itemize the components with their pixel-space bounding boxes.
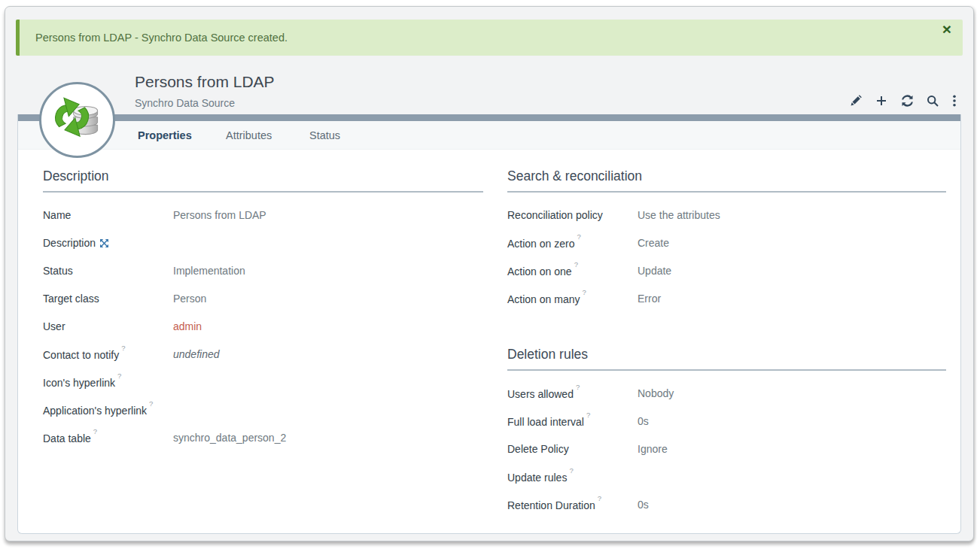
help-marker: ?: [93, 427, 97, 435]
field-label: Icon's hyperlink: [43, 376, 115, 388]
field-row-icons-hyperlink: Icon's hyperlink?: [43, 368, 483, 396]
field-label: Delete Policy: [507, 443, 569, 455]
field-row-applications-hyperlink: Application's hyperlink?: [43, 396, 483, 423]
field-label: Users allowed: [507, 387, 574, 399]
synchro-data-source-icon: [39, 82, 115, 158]
more-menu-icon[interactable]: [952, 94, 958, 107]
field-value: Use the attributes: [638, 209, 720, 221]
field-value: Persons from LDAP: [173, 209, 266, 221]
field-label: User: [43, 320, 65, 332]
field-row-target-class: Target class Person: [43, 284, 483, 312]
field-row-name: Name Persons from LDAP: [43, 201, 483, 229]
success-message: Persons from LDAP - Synchro Data Source …: [35, 20, 288, 56]
field-row-data-table: Data table? synchro_data_person_2: [43, 423, 483, 451]
edit-pencil-icon[interactable]: [850, 94, 863, 107]
help-marker: ?: [121, 344, 125, 352]
field-label: Description: [43, 237, 96, 249]
search-icon[interactable]: [927, 94, 939, 107]
field-value: Implementation: [173, 265, 245, 277]
field-row-contact-to-notify: Contact to notify? undefined: [43, 340, 483, 368]
field-value: Ignore: [638, 443, 668, 455]
database-sync-icon: [52, 95, 103, 146]
field-row-update-rules: Update rules?: [507, 463, 946, 490]
tab-bar: Properties Attributes Status: [18, 121, 960, 150]
field-row-reconciliation-policy: Reconciliation policy Use the attributes: [507, 201, 946, 229]
fieldset-title: Search & reconciliation: [507, 168, 946, 193]
refresh-icon[interactable]: [901, 94, 914, 107]
field-row-action-on-one: Action on one? Update: [507, 256, 946, 284]
help-marker: ?: [574, 260, 578, 268]
field-value: Update: [638, 265, 671, 277]
field-label: Contact to notify: [43, 348, 119, 360]
field-label: Data table: [43, 432, 91, 444]
field-label: Update rules: [507, 471, 567, 483]
field-label: Target class: [43, 293, 99, 305]
field-value: 0s: [638, 499, 649, 511]
object-class-subtitle: Synchro Data Source: [135, 97, 235, 109]
help-marker: ?: [577, 232, 581, 241]
field-label: Full load interval: [507, 415, 584, 427]
page-title: Persons from LDAP: [135, 73, 275, 91]
field-value: undefined: [173, 348, 220, 360]
field-row-delete-policy: Delete Policy Ignore: [507, 435, 946, 463]
field-label: Application's hyperlink: [43, 404, 147, 416]
field-label: Name: [43, 209, 71, 221]
help-marker: ?: [598, 494, 601, 502]
field-value: Person: [173, 293, 206, 305]
tab-bar-accent: [18, 114, 960, 121]
app-window: Persons from LDAP - Synchro Data Source …: [5, 6, 974, 541]
field-value: Nobody: [638, 387, 674, 399]
tab-properties[interactable]: Properties: [138, 121, 192, 150]
fieldset-search-reconciliation: Search & reconciliation Reconciliation p…: [507, 168, 946, 312]
field-row-description: Description: [43, 229, 483, 256]
help-marker: ?: [586, 411, 590, 419]
expand-icon[interactable]: [100, 239, 108, 247]
fieldset-title: Deletion rules: [507, 347, 946, 371]
field-row-retention-duration: Retention Duration? 0s: [507, 490, 946, 518]
fieldset-deletion-rules: Deletion rules Users allowed? Nobody Ful…: [507, 347, 946, 518]
fieldset-description: Description Name Persons from LDAP Descr…: [43, 168, 483, 451]
object-toolbar: [850, 94, 958, 107]
field-row-action-on-zero: Action on zero? Create: [507, 229, 946, 256]
plus-icon[interactable]: [875, 94, 888, 107]
field-value: Error: [638, 293, 661, 305]
user-link[interactable]: admin: [173, 320, 202, 332]
field-label: Action on zero: [507, 237, 575, 249]
help-marker: ?: [569, 466, 573, 475]
field-label: Action on many: [507, 293, 580, 305]
field-row-status: Status Implementation: [43, 256, 483, 284]
tab-status[interactable]: Status: [309, 121, 340, 150]
close-icon[interactable]: ×: [939, 21, 955, 38]
help-marker: ?: [117, 372, 121, 380]
success-banner: Persons from LDAP - Synchro Data Source …: [16, 20, 963, 56]
fieldset-title: Description: [43, 168, 483, 193]
field-value: synchro_data_person_2: [173, 432, 286, 444]
field-label: Action on one: [507, 265, 572, 277]
field-row-full-load-interval: Full load interval? 0s: [507, 407, 946, 435]
field-row-users-allowed: Users allowed? Nobody: [507, 379, 946, 407]
field-row-action-on-many: Action on many? Error: [507, 284, 946, 312]
field-value: Create: [638, 237, 669, 249]
field-row-user: User admin: [43, 312, 483, 340]
field-label: Retention Duration: [507, 499, 595, 511]
object-details-card: Properties Attributes Status Description…: [17, 114, 961, 534]
right-column: Search & reconciliation Reconciliation p…: [507, 168, 946, 518]
field-value: 0s: [638, 415, 649, 427]
tab-attributes[interactable]: Attributes: [226, 121, 272, 150]
field-label: Reconciliation policy: [507, 209, 603, 221]
help-marker: ?: [149, 399, 153, 408]
field-label: Status: [43, 265, 73, 277]
help-marker: ?: [583, 288, 586, 296]
help-marker: ?: [576, 383, 580, 391]
